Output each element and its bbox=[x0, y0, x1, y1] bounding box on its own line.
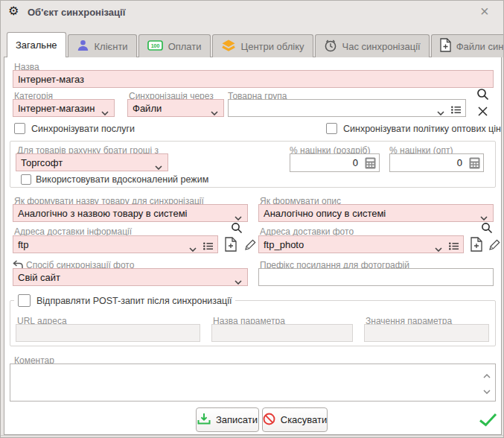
save-button[interactable]: Записати bbox=[196, 407, 259, 432]
photo-address-value: ftp_photo bbox=[264, 239, 304, 250]
cancel-button[interactable]: Скасувати bbox=[262, 407, 328, 432]
chevron-down-icon[interactable] bbox=[235, 276, 242, 286]
chevron-down-icon[interactable] bbox=[435, 243, 442, 253]
sync-wholesale-checkbox[interactable] bbox=[326, 123, 337, 134]
chevron-down-icon[interactable] bbox=[480, 212, 488, 222]
markup-retail-value: 0 bbox=[353, 157, 358, 168]
confirm-check-icon[interactable] bbox=[478, 411, 497, 428]
markup-wholesale-input[interactable]: 0 bbox=[389, 153, 484, 172]
photo-prefix-input[interactable] bbox=[258, 268, 494, 286]
cancel-icon bbox=[263, 413, 275, 428]
category-select[interactable]: Інтернет-магазин bbox=[13, 99, 115, 117]
photo-address-select[interactable]: ftp_photo bbox=[258, 235, 464, 253]
post-request-label: Відправляти POST-запит після синхронизац… bbox=[36, 296, 232, 306]
sync-wholesale-label: Синхронізувати політику оптових цін bbox=[343, 124, 501, 134]
tab-clients[interactable]: Клієнти bbox=[68, 34, 137, 57]
calculator-icon[interactable] bbox=[469, 157, 480, 171]
clear-x-icon[interactable] bbox=[475, 104, 490, 118]
edit-pencil-icon[interactable] bbox=[242, 235, 258, 253]
file-plus-icon bbox=[440, 38, 451, 54]
chevron-down-icon[interactable] bbox=[235, 212, 242, 222]
search-icon[interactable] bbox=[475, 86, 490, 101]
tab-accounting-centers[interactable]: Центри обліку bbox=[212, 34, 313, 57]
name-input[interactable]: Інтернет-магаз bbox=[13, 70, 494, 88]
tab-bar: Загальне Клієнти 100 Оплати Центри облік… bbox=[7, 33, 504, 57]
desc-format-select[interactable]: Аналогічно опису в системі bbox=[258, 204, 494, 222]
layers-icon bbox=[221, 39, 236, 54]
add-file-icon[interactable] bbox=[223, 235, 239, 253]
chevron-down-icon[interactable] bbox=[101, 107, 109, 117]
info-address-select[interactable]: ftp bbox=[13, 235, 218, 253]
close-icon[interactable]: × bbox=[480, 4, 489, 18]
desc-format-value: Аналогічно опису в системі bbox=[264, 208, 386, 219]
category-value: Інтернет-магазин bbox=[18, 103, 95, 114]
save-icon bbox=[197, 413, 211, 427]
tab-general-label: Загальне bbox=[16, 39, 57, 51]
dialog-title: Об'єкт синхронізації bbox=[28, 7, 125, 18]
svg-text:100: 100 bbox=[150, 43, 159, 48]
money-source-value: Торгсофт bbox=[21, 157, 63, 168]
param-name-input bbox=[211, 324, 353, 342]
sync-object-dialog: ⚙ Об'єкт синхронізації × Загальне Клієнт… bbox=[0, 0, 504, 438]
chevron-down-icon[interactable] bbox=[189, 243, 197, 253]
photo-method-select[interactable]: Свій сайт bbox=[13, 268, 248, 286]
save-button-label: Записати bbox=[216, 414, 258, 425]
list-select-icon[interactable] bbox=[449, 241, 459, 253]
post-request-checkbox[interactable] bbox=[18, 294, 31, 307]
sync-services-label: Синхронізувати послуги bbox=[31, 124, 135, 134]
tab-sync-files-label: Файли синхронізації bbox=[456, 41, 504, 52]
sync-via-value: Файли bbox=[133, 103, 162, 114]
url-input bbox=[16, 324, 200, 342]
gear-icon: ⚙ bbox=[8, 5, 19, 17]
chevron-down-icon[interactable] bbox=[155, 161, 162, 171]
markup-wholesale-value: 0 bbox=[457, 157, 462, 168]
add-file-icon[interactable] bbox=[468, 235, 485, 253]
chevron-down-icon[interactable] bbox=[437, 107, 444, 117]
tab-sync-files[interactable]: Файли синхронізації bbox=[431, 34, 504, 57]
tab-accounting-centers-label: Центри обліку bbox=[241, 41, 304, 52]
name-format-select[interactable]: Аналогічно з назвою товару в системі bbox=[13, 204, 248, 222]
param-value-input bbox=[364, 324, 489, 342]
tab-payments-label: Оплати bbox=[168, 41, 202, 52]
scroll-down-icon[interactable] bbox=[483, 384, 491, 397]
photo-method-value: Свій сайт bbox=[18, 272, 60, 283]
sync-services-checkbox[interactable] bbox=[14, 123, 25, 134]
sync-via-select[interactable]: Файли bbox=[127, 99, 224, 117]
name-format-value: Аналогічно з назвою товару в системі bbox=[18, 208, 187, 219]
person-icon bbox=[77, 39, 89, 53]
search-icon[interactable] bbox=[480, 221, 494, 235]
list-select-icon[interactable] bbox=[451, 105, 461, 116]
search-icon[interactable] bbox=[230, 221, 243, 235]
comment-textarea[interactable] bbox=[10, 364, 496, 402]
markup-retail-input[interactable]: 0 bbox=[290, 153, 380, 172]
clock-icon bbox=[324, 39, 337, 54]
edit-pencil-icon[interactable] bbox=[486, 235, 503, 253]
advanced-mode-label: Використовувати вдосконалений режим bbox=[36, 174, 208, 185]
info-address-value: ftp bbox=[18, 239, 28, 250]
chevron-down-icon[interactable] bbox=[211, 107, 218, 117]
calculator-icon[interactable] bbox=[365, 157, 376, 171]
post-request-header: Відправляти POST-запит після синхронизац… bbox=[14, 294, 235, 307]
window-bottom-edge bbox=[1, 435, 504, 438]
advanced-mode-checkbox[interactable] bbox=[21, 174, 31, 185]
tab-payments[interactable]: 100 Оплати bbox=[138, 34, 211, 57]
product-group-select[interactable] bbox=[228, 99, 466, 117]
list-select-icon[interactable] bbox=[203, 241, 213, 253]
tab-clients-label: Клієнти bbox=[95, 41, 128, 52]
tab-sync-time-label: Час синхронізації bbox=[342, 41, 421, 52]
money-100-icon: 100 bbox=[147, 40, 163, 53]
scroll-up-icon[interactable] bbox=[483, 368, 491, 381]
tab-sync-time[interactable]: Час синхронізації bbox=[315, 34, 430, 57]
cancel-button-label: Скасувати bbox=[281, 414, 328, 425]
tab-general[interactable]: Загальне bbox=[7, 32, 66, 57]
money-source-select[interactable]: Торгсофт bbox=[16, 153, 168, 171]
